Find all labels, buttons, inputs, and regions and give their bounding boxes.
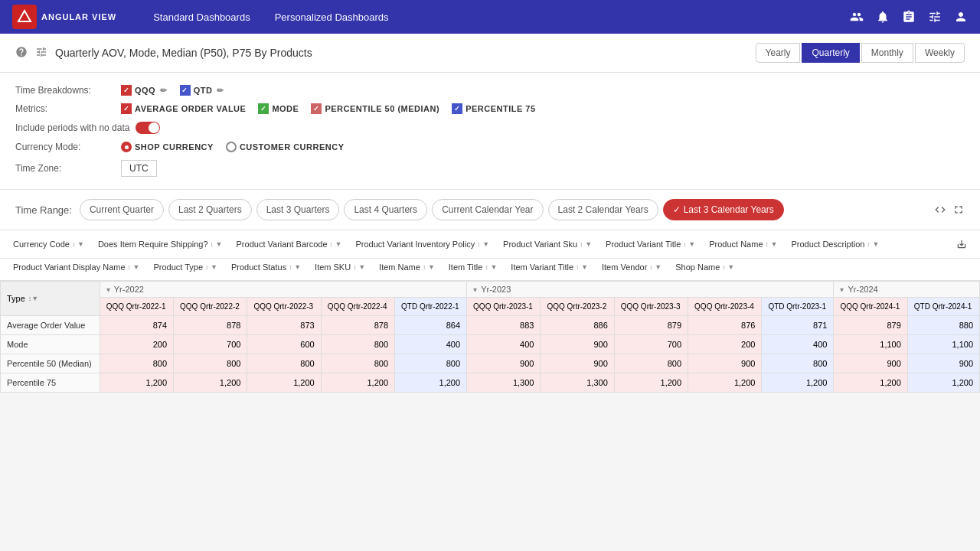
inventory-policy-sort[interactable]: ↕ [477,241,480,248]
help-icon[interactable] [15,46,28,60]
col-variant-barcode[interactable]: Product Variant Barcode ↕ ▼ [230,235,349,253]
col-qqq-2023-2[interactable]: QQQ Qrtr-2023-2 [541,298,614,316]
currency-code-filter[interactable]: ▼ [77,240,84,248]
requires-shipping-sort[interactable]: ↕ [211,241,214,248]
variant-title-filter[interactable]: ▼ [688,240,695,248]
data-cell: 800 [395,354,467,373]
variant-sku-sort[interactable]: ↕ [580,241,583,248]
breakdown-qtd[interactable]: ✓ QTD ✏ [180,85,224,96]
col-qqq-2023-4[interactable]: QQQ Qrtr-2023-4 [688,298,762,316]
col-qqq-2023-1[interactable]: QQQ Qrtr-2023-1 [467,298,541,316]
col-variant-title[interactable]: Product Variant Title ↕ ▼ [599,235,702,253]
currency-mode-row: Currency Mode: SHOP CURRENCY CUSTOMER CU… [15,142,965,152]
table-row: Mode2007006008004004009007002004001,1001… [1,335,980,354]
col-requires-shipping[interactable]: Does Item Require Shipping? ↕ ▼ [91,235,230,253]
range-current-calendar-year[interactable]: Current Calendar Year [432,199,543,220]
col-item-variant-title[interactable]: Item Variant Title ↕ ▼ [504,259,595,276]
qqq-edit-icon[interactable]: ✏ [160,86,168,96]
inventory-policy-filter[interactable]: ▼ [482,240,489,248]
range-last-4-quarters[interactable]: Last 4 Quarters [344,199,427,220]
metric-aov[interactable]: ✓ AVERAGE ORDER VALUE [121,103,246,114]
col-qqq-2022-2[interactable]: QQQ Qrtr-2022-2 [174,298,247,316]
variant-barcode-sort[interactable]: ↕ [330,241,333,248]
qqq-checkbox[interactable]: ✓ [121,85,132,96]
breakdown-qqq[interactable]: ✓ QQQ ✏ [121,85,168,96]
variant-title-sort[interactable]: ↕ [683,241,686,248]
nav-standard-dashboards[interactable]: Standard Dashboards [141,0,262,34]
col-product-status[interactable]: Product Status ↕ ▼ [224,259,308,276]
product-name-filter[interactable]: ▼ [771,240,778,248]
logo[interactable]: ANGULAR VIEW [12,5,116,29]
range-last-2-quarters[interactable]: Last 2 Quarters [168,199,252,220]
row-type-cell: Percentile 75 [1,373,100,393]
metric-mode[interactable]: ✓ MODE [258,103,299,114]
col-display-name[interactable]: Product Variant Display Name ↕ ▼ [6,259,146,276]
period-quarterly[interactable]: Quarterly [802,43,859,63]
data-cell: 1,300 [467,373,541,393]
p75-checkbox[interactable]: ✓ [452,103,462,114]
metric-p75[interactable]: ✓ PERCENTILE 75 [452,103,535,114]
nav-personalized-dashboards[interactable]: Personalized Dashboards [263,0,401,34]
col-product-name[interactable]: Product Name ↕ ▼ [702,235,784,253]
range-last-3-quarters[interactable]: Last 3 Quarters [256,199,340,220]
col-item-vendor[interactable]: Item Vendor ↕ ▼ [595,259,668,276]
bell-icon[interactable] [876,10,890,24]
col-qqq-2022-3[interactable]: QQQ Qrtr-2022-3 [247,298,321,316]
col-qqq-2023-3[interactable]: QQQ Qrtr-2023-3 [614,298,688,316]
period-monthly[interactable]: Monthly [861,43,913,63]
col-product-type[interactable]: Product Type ↕ ▼ [146,259,224,276]
variant-sku-filter[interactable]: ▼ [585,240,592,248]
row-type-cell: Percentile 50 (Median) [1,354,100,373]
variant-barcode-filter[interactable]: ▼ [335,240,342,248]
range-current-quarter[interactable]: Current Quarter [80,199,164,220]
customer-currency-radio[interactable] [226,142,237,152]
col-item-name[interactable]: Item Name ↕ ▼ [372,259,442,276]
col-variant-sku[interactable]: Product Variant Sku ↕ ▼ [496,235,599,253]
product-name-sort[interactable]: ↕ [766,241,769,248]
col-shop-name[interactable]: Shop Name ↕ ▼ [668,259,741,276]
period-weekly[interactable]: Weekly [915,43,965,63]
data-cell: 900 [688,354,762,373]
type-header[interactable]: Type ↕▼ [1,282,100,316]
qtd-edit-icon[interactable]: ✏ [217,86,224,96]
col-qtd-2023-1[interactable]: QTD Qrtr-2023-1 [762,298,834,316]
metric-p50[interactable]: ✓ PERCENTILE 50 (MEDIAN) [311,103,439,114]
radio-customer-currency[interactable]: CUSTOMER CURRENCY [226,142,345,152]
product-description-sort[interactable]: ↕ [867,241,870,248]
radio-shop-currency[interactable]: SHOP CURRENCY [121,142,214,152]
currency-code-sort[interactable]: ↕ [72,241,75,248]
col-qqq-2022-4[interactable]: QQQ Qrtr-2022-4 [321,298,394,316]
range-last-3-calendar-years[interactable]: ✓Last 3 Calendar Years [663,199,784,220]
product-description-filter[interactable]: ▼ [872,240,879,248]
col-item-sku[interactable]: Item SKU ↕ ▼ [308,259,372,276]
timezone-value[interactable]: UTC [121,160,157,177]
code-icon[interactable] [934,204,946,216]
include-periods-toggle[interactable] [136,122,160,134]
requires-shipping-filter[interactable]: ▼ [216,240,223,248]
col-currency-code[interactable]: Currency Code ↕ ▼ [6,235,91,253]
col-qtd-2024-1[interactable]: QTD Qrtr-2024-1 [907,298,979,316]
export-button[interactable] [949,235,974,253]
user-icon[interactable] [954,10,968,24]
users-icon[interactable] [850,10,864,24]
p50-checkbox[interactable]: ✓ [311,103,322,114]
period-yearly[interactable]: Yearly [756,43,801,63]
col-inventory-policy[interactable]: Product Variant Inventory Policy ↕ ▼ [348,235,496,253]
shop-currency-radio[interactable] [121,142,132,152]
fullscreen-icon[interactable] [952,204,965,216]
settings-icon[interactable] [35,46,47,60]
mode-checkbox[interactable]: ✓ [258,103,269,114]
filter-sliders-icon[interactable] [928,10,942,24]
range-last-2-calendar-years[interactable]: Last 2 Calendar Years [548,199,658,220]
table-row: Average Order Value874878873878864883886… [1,316,980,335]
col-qqq-2022-1[interactable]: QQQ Qrtr-2022-1 [100,298,173,316]
col-product-description[interactable]: Product Description ↕ ▼ [784,235,886,253]
col-qtd-2022-1[interactable]: QTD Qrtr-2022-1 [395,298,467,316]
data-cell: 600 [247,335,321,354]
col-qqq-2024-1[interactable]: QQQ Qrtr-2024-1 [834,298,907,316]
clipboard-icon[interactable] [902,10,916,24]
data-cell: 900 [907,354,979,373]
aov-checkbox[interactable]: ✓ [121,103,132,114]
qtd-checkbox[interactable]: ✓ [180,85,191,96]
col-item-title[interactable]: Item Title ↕ ▼ [442,259,505,276]
